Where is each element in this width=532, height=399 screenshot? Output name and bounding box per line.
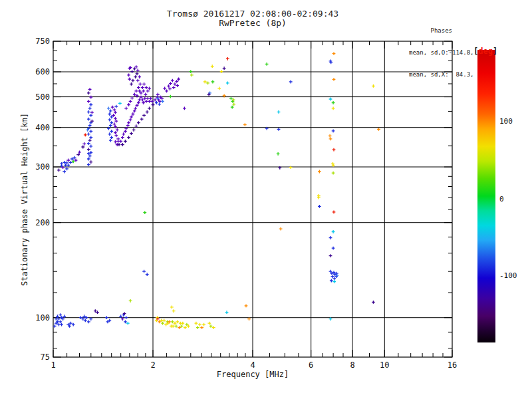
- svg-text:6: 6: [309, 360, 313, 370]
- colorbar: [477, 50, 495, 342]
- svg-text:300: 300: [35, 162, 50, 172]
- ionogram-screen: Tromsø 20161217 02:08:00-02:09:43 RwPret…: [0, 0, 532, 399]
- svg-text:100: 100: [35, 313, 50, 323]
- svg-text:750: 750: [35, 37, 50, 46]
- svg-text:500: 500: [35, 92, 50, 102]
- colorbar-unit: deg: [478, 47, 493, 56]
- colorbar-tick: -100: [499, 271, 517, 280]
- scatter-plot: 12468101675060050040030020010075: [0, 0, 532, 399]
- y-axis-label: Stationary phase Virtual Height [km]: [20, 40, 29, 359]
- colorbar-tick: 0: [499, 195, 504, 203]
- svg-text:8: 8: [350, 360, 354, 370]
- colorbar-unit-label: [deg]: [473, 47, 497, 56]
- svg-text:16: 16: [448, 360, 457, 370]
- svg-text:2: 2: [150, 360, 155, 370]
- bracket-close: ]: [493, 47, 497, 56]
- colorbar-tick: 100: [499, 117, 513, 126]
- svg-text:200: 200: [35, 218, 50, 227]
- svg-text:600: 600: [35, 67, 50, 76]
- svg-text:1: 1: [51, 360, 55, 370]
- svg-text:75: 75: [41, 352, 50, 362]
- svg-text:10: 10: [380, 360, 389, 370]
- svg-text:400: 400: [35, 123, 50, 132]
- x-axis-label: Frequency [MHz]: [53, 370, 452, 379]
- svg-text:4: 4: [250, 360, 255, 370]
